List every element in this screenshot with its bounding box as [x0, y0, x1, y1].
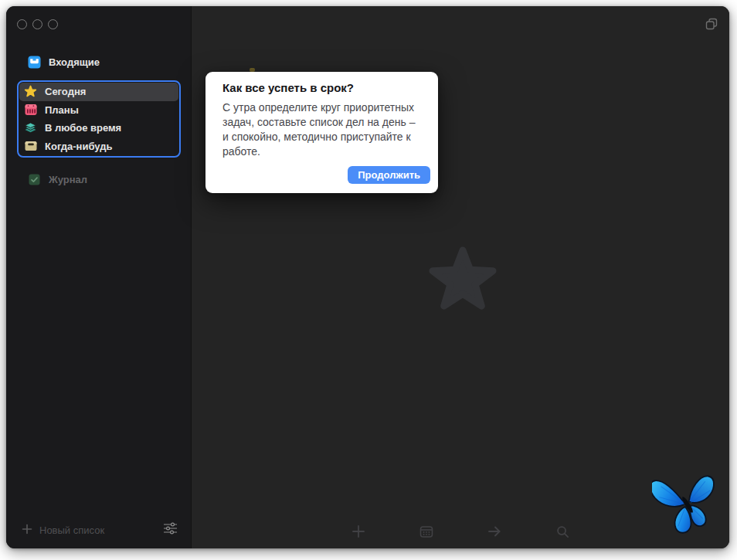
arrow-right-icon: [487, 524, 501, 541]
move-button[interactable]: [487, 526, 501, 540]
plus-icon: [22, 524, 32, 537]
sidebar-item-logbook[interactable]: Журнал: [23, 170, 187, 188]
continue-button[interactable]: Продолжить: [348, 166, 430, 184]
search-icon: [556, 525, 569, 541]
sidebar-item-today[interactable]: Сегодня: [19, 83, 178, 101]
sidebar-item-label: Сегодня: [45, 86, 86, 97]
window-tabs-icon[interactable]: [704, 16, 719, 32]
new-list-label: Новый список: [39, 524, 104, 536]
main-area: Как все успеть в срок? С утра определите…: [192, 6, 729, 548]
star-icon: [24, 85, 37, 98]
butterfly-image: [652, 467, 723, 545]
app-window: Входящие Сегодня: [6, 6, 729, 548]
popover-body: С утра определите круг приоритетных зада…: [222, 100, 421, 159]
search-button[interactable]: [555, 526, 569, 540]
new-list-button[interactable]: Новый список: [22, 524, 104, 537]
sidebar-item-someday[interactable]: Когда-нибудь: [19, 137, 178, 156]
zoom-button[interactable]: [48, 19, 58, 29]
sidebar-item-inbox[interactable]: Входящие: [23, 53, 187, 71]
sidebar: Входящие Сегодня: [6, 6, 192, 548]
calendar-icon: [419, 524, 433, 541]
sidebar-focus-group: Сегодня Планы: [17, 80, 181, 158]
sidebar-footer: Новый список: [6, 516, 190, 548]
close-button[interactable]: [17, 19, 27, 29]
sidebar-item-label: Входящие: [49, 56, 100, 68]
minimize-button[interactable]: [32, 19, 42, 29]
plus-icon: [352, 524, 365, 541]
list-settings-button[interactable]: [163, 522, 178, 538]
layers-icon: [24, 122, 37, 134]
add-task-button[interactable]: [352, 526, 365, 540]
popover-title: Как все успеть в срок?: [222, 80, 421, 96]
calendar-icon: [24, 104, 37, 116]
sidebar-item-upcoming[interactable]: Планы: [19, 101, 178, 120]
main-toolbar: [192, 522, 729, 544]
schedule-button[interactable]: [419, 526, 433, 540]
sidebar-item-label: Планы: [45, 104, 79, 116]
box-icon: [24, 141, 37, 151]
sidebar-item-anytime[interactable]: В любое время: [19, 119, 178, 137]
sidebar-item-label: Когда-нибудь: [45, 141, 112, 152]
inbox-icon: [28, 56, 41, 69]
journal-check-icon: [28, 174, 41, 185]
sidebar-item-label: В любое время: [45, 122, 121, 134]
today-star-watermark: [426, 244, 499, 317]
sliders-icon: [163, 522, 178, 538]
sidebar-item-label: Журнал: [49, 174, 87, 185]
traffic-lights: [17, 19, 58, 29]
onboarding-popover: Как все успеть в срок? С утра определите…: [205, 72, 438, 193]
